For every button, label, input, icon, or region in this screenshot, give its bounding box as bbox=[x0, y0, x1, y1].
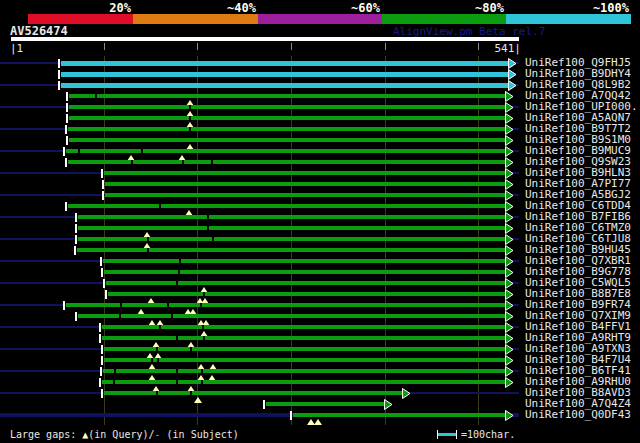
subject-gap-notch bbox=[212, 237, 214, 241]
subject-gap-notch bbox=[203, 292, 205, 296]
subject-gap-notch bbox=[151, 358, 153, 362]
hit-bar[interactable] bbox=[104, 391, 402, 395]
hit-arrowhead[interactable] bbox=[505, 179, 514, 190]
subject-gap-notch bbox=[200, 303, 202, 307]
hit-arrowhead[interactable] bbox=[505, 267, 514, 278]
hit-bar[interactable] bbox=[104, 358, 505, 362]
hit-arrowhead[interactable] bbox=[505, 300, 514, 311]
hit-arrowhead[interactable] bbox=[505, 157, 514, 168]
hit-bar[interactable] bbox=[103, 369, 505, 373]
hit-arrowhead[interactable] bbox=[384, 399, 393, 410]
hit-bar[interactable] bbox=[68, 204, 505, 208]
hit-bar[interactable] bbox=[102, 380, 505, 384]
hit-bar[interactable] bbox=[61, 83, 508, 88]
hit-arrowhead[interactable] bbox=[505, 289, 514, 300]
hit-start-tick bbox=[75, 224, 77, 233]
subject-gap-notch bbox=[189, 127, 191, 131]
hit-bar[interactable] bbox=[104, 347, 505, 351]
hit-start-tick bbox=[63, 147, 65, 156]
hit-arrowhead[interactable] bbox=[505, 366, 514, 377]
subject-gap-notch bbox=[190, 391, 192, 395]
hit-bar[interactable] bbox=[68, 127, 505, 131]
hit-start-tick bbox=[101, 389, 103, 398]
hit-arrowhead[interactable] bbox=[505, 113, 514, 124]
hit-bar[interactable] bbox=[78, 226, 505, 230]
hit-arrowhead[interactable] bbox=[505, 245, 514, 256]
hit-arrowhead[interactable] bbox=[505, 146, 514, 157]
hit-start-tick bbox=[99, 323, 101, 332]
hit-start-tick bbox=[101, 356, 103, 365]
hit-bar[interactable] bbox=[69, 138, 505, 142]
hit-arrowhead[interactable] bbox=[505, 223, 514, 234]
hit-arrowhead[interactable] bbox=[505, 135, 514, 146]
hit-bar[interactable] bbox=[266, 402, 384, 406]
hit-arrowhead[interactable] bbox=[505, 333, 514, 344]
hit-arrowhead[interactable] bbox=[505, 355, 514, 366]
hit-arrowhead[interactable] bbox=[508, 80, 517, 91]
subject-gap-notch bbox=[95, 94, 97, 98]
hit-arrowhead[interactable] bbox=[505, 234, 514, 245]
hit-bar[interactable] bbox=[106, 281, 505, 285]
hit-bar[interactable] bbox=[102, 336, 505, 340]
hit-arrowhead[interactable] bbox=[505, 201, 514, 212]
hit-arrowhead[interactable] bbox=[505, 91, 514, 102]
hit-bar[interactable] bbox=[61, 72, 508, 77]
hit-bar[interactable] bbox=[77, 248, 505, 252]
subject-gap-notch bbox=[120, 303, 122, 307]
hit-bar[interactable] bbox=[104, 171, 505, 175]
hit-bar[interactable] bbox=[108, 292, 505, 296]
subject-gap-notch bbox=[157, 358, 159, 362]
hit-bar[interactable] bbox=[105, 193, 505, 197]
hit-arrowhead[interactable] bbox=[505, 344, 514, 355]
row-label[interactable]: UniRef100_Q0DF43 bbox=[525, 409, 640, 421]
alignment-row[interactable]: UniRef100_Q0DF43 bbox=[0, 409, 640, 425]
hit-bar[interactable] bbox=[78, 215, 505, 219]
ruler-tick bbox=[197, 43, 198, 50]
hit-arrowhead[interactable] bbox=[505, 322, 514, 333]
hit-bar[interactable] bbox=[69, 116, 505, 120]
identity-scale-segment bbox=[133, 14, 258, 24]
hit-arrowhead[interactable] bbox=[505, 377, 514, 388]
hit-arrowhead[interactable] bbox=[505, 410, 514, 421]
hit-arrowhead[interactable] bbox=[505, 102, 514, 113]
hit-start-tick bbox=[58, 59, 60, 68]
footer-legend: Large gaps: ▲(in Query)/- (in Subject) bbox=[10, 429, 239, 441]
hit-bar[interactable] bbox=[69, 105, 505, 109]
hit-arrowhead[interactable] bbox=[505, 256, 514, 267]
hit-arrowhead[interactable] bbox=[508, 58, 517, 69]
hit-arrowhead[interactable] bbox=[505, 190, 514, 201]
hit-bar[interactable] bbox=[78, 314, 505, 318]
hit-bar[interactable] bbox=[66, 303, 505, 307]
hit-bar[interactable] bbox=[103, 259, 505, 263]
hit-arrowhead[interactable] bbox=[505, 168, 514, 179]
hit-arrowhead[interactable] bbox=[508, 69, 517, 80]
hit-bar[interactable] bbox=[102, 325, 505, 329]
hit-bar[interactable] bbox=[68, 160, 505, 164]
subject-gap-notch bbox=[167, 303, 169, 307]
hit-bar[interactable] bbox=[78, 237, 505, 241]
hit-arrowhead[interactable] bbox=[505, 212, 514, 223]
ruler-tick bbox=[385, 43, 386, 50]
hit-start-tick bbox=[263, 400, 265, 409]
hit-arrowhead[interactable] bbox=[505, 278, 514, 289]
hit-start-tick bbox=[66, 136, 68, 145]
hit-start-tick bbox=[99, 378, 101, 387]
hit-bar[interactable] bbox=[69, 94, 505, 98]
ruler-bar bbox=[11, 37, 519, 41]
hit-arrowhead[interactable] bbox=[505, 124, 514, 135]
hit-arrowhead[interactable] bbox=[505, 311, 514, 322]
hit-bar[interactable] bbox=[61, 61, 508, 66]
hit-bar[interactable] bbox=[66, 149, 505, 153]
subject-gap-notch bbox=[156, 347, 158, 351]
hit-start-tick bbox=[75, 235, 77, 244]
hit-arrowhead[interactable] bbox=[402, 388, 411, 399]
subject-gap-notch bbox=[211, 160, 213, 164]
subject-gap-notch bbox=[189, 105, 191, 109]
hit-start-tick bbox=[101, 345, 103, 354]
hit-start-tick bbox=[101, 268, 103, 277]
hit-bar[interactable] bbox=[293, 413, 505, 417]
hit-start-tick bbox=[99, 334, 101, 343]
hit-bar[interactable] bbox=[105, 182, 505, 186]
subject-gap-notch bbox=[131, 160, 133, 164]
hit-bar[interactable] bbox=[104, 270, 505, 274]
